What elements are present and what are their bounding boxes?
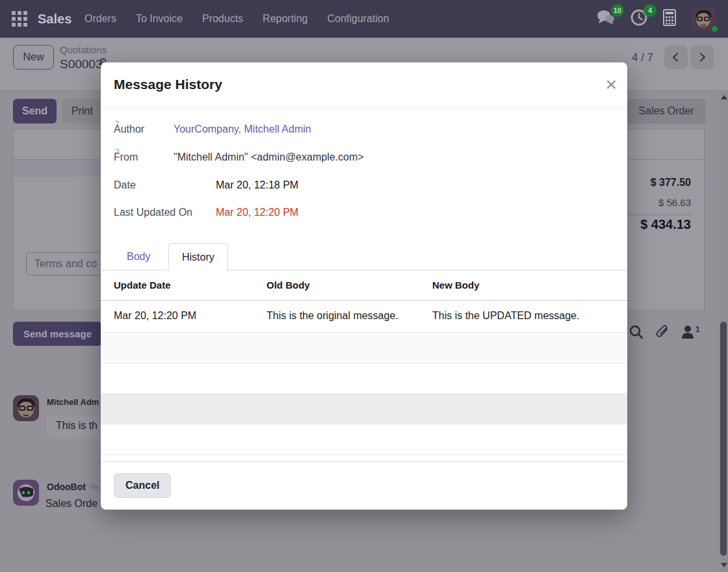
chevron-right-icon — [696, 52, 705, 61]
messages-icon[interactable]: 10 — [597, 9, 615, 29]
dialog-title: Message History — [114, 77, 222, 92]
chevron-left-icon — [673, 52, 682, 61]
message-text: This is th — [56, 420, 98, 432]
send-message-button[interactable]: Send message — [13, 322, 102, 346]
scrollbar-up-arrow[interactable] — [721, 95, 727, 99]
column-header-new-body[interactable]: New Body — [432, 280, 480, 291]
dialog-header: Message History × — [101, 62, 627, 109]
last-updated-field-value: Mar 20, 12:20 PM — [216, 207, 298, 218]
date-field-label: Date — [114, 179, 136, 191]
person-icon — [681, 325, 694, 339]
activities-badge: 4 — [644, 4, 656, 17]
navbar: Sales Orders To Invoice Products Reporti… — [0, 0, 728, 38]
last-updated-field-label: Last Updated On — [114, 207, 192, 218]
tab-body[interactable]: Body — [114, 243, 163, 270]
status-stage-sales-order[interactable]: Sales Order — [627, 99, 705, 124]
odoobot-message-text: Sales Orde — [46, 498, 98, 510]
messages-badge: 10 — [611, 4, 624, 17]
table-empty-row — [101, 333, 627, 363]
cell-old-body: This is the original message. — [266, 310, 398, 322]
cancel-button[interactable]: Cancel — [114, 473, 171, 498]
dialog-footer: Cancel — [101, 462, 627, 510]
scrollbar-down-arrow[interactable] — [721, 563, 727, 567]
nav-menu: Orders To Invoice Products Reporting Con… — [84, 0, 389, 38]
screen: Sales Orders To Invoice Products Reporti… — [0, 0, 728, 572]
help-icon[interactable]: ? — [115, 148, 119, 155]
table-empty-row — [101, 424, 627, 455]
breadcrumb-current: S00003 — [60, 57, 103, 72]
author-field-value[interactable]: YourCompany, Mitchell Admin — [174, 124, 311, 135]
tab-bar: Body History — [101, 243, 627, 270]
cell-update-date: Mar 20, 12:20 PM — [114, 310, 196, 322]
nav-item-reporting[interactable]: Reporting — [263, 13, 307, 25]
cell-new-body: This is the UPDATED message. — [432, 310, 579, 322]
help-icon[interactable]: ? — [115, 120, 119, 127]
close-icon[interactable]: × — [605, 72, 617, 97]
odoobot-name[interactable]: OdooBot — [47, 482, 86, 492]
tab-history[interactable]: History — [168, 243, 228, 271]
followers-button[interactable]: 1 — [681, 325, 700, 339]
app-name[interactable]: Sales — [38, 0, 72, 38]
from-field-value: "Mitchell Admin" <admin@example.com> — [174, 151, 364, 163]
send-button[interactable]: Send — [13, 99, 57, 124]
message-author-name[interactable]: Mitchell Adm — [47, 397, 99, 407]
apps-menu-icon[interactable] — [12, 11, 27, 27]
nav-item-products[interactable]: Products — [202, 13, 243, 25]
table-empty-row — [101, 363, 627, 394]
order-line-strip — [14, 160, 101, 177]
navbar-systray: 10 4 — [597, 0, 715, 38]
odoobot-timestamp: Ye — [90, 483, 99, 492]
followers-count: 1 — [696, 325, 700, 339]
breadcrumb-parent[interactable]: Quotations — [60, 44, 107, 55]
table-row[interactable]: Mar 20, 12:20 PM This is the original me… — [101, 301, 627, 333]
nav-item-to-invoice[interactable]: To Invoice — [136, 13, 183, 25]
activities-icon[interactable]: 4 — [630, 9, 647, 29]
chatter-toolbar: 1 — [629, 325, 700, 339]
pager-counter: 4 / 7 — [632, 51, 653, 64]
paperclip-icon[interactable] — [655, 325, 670, 339]
table-empty-row — [101, 394, 627, 424]
nav-item-configuration[interactable]: Configuration — [327, 13, 389, 25]
pager-next-button[interactable] — [690, 46, 714, 69]
column-header-update-date[interactable]: Update Date — [114, 280, 171, 291]
date-field-value: Mar 20, 12:18 PM — [216, 179, 298, 191]
print-button[interactable]: Print — [62, 99, 102, 124]
amount-total-divider — [621, 214, 691, 215]
scrollbar-thumb[interactable] — [720, 322, 727, 556]
message-history-dialog: Message History × Author? YourCompany, M… — [101, 62, 627, 510]
table-header-row: Update Date Old Body New Body — [101, 271, 627, 301]
search-icon[interactable] — [629, 325, 644, 339]
column-header-old-body[interactable]: Old Body — [266, 280, 310, 291]
calculator-icon[interactable] — [663, 9, 676, 29]
author-field-label: Author? — [114, 124, 119, 136]
pager-previous-button[interactable] — [664, 46, 688, 69]
online-status-dot — [710, 25, 719, 33]
odoobot-avatar[interactable] — [13, 480, 39, 506]
nav-item-orders[interactable]: Orders — [84, 13, 116, 25]
from-field-label: From? — [114, 151, 119, 164]
message-author-avatar[interactable] — [13, 395, 39, 421]
new-button[interactable]: New — [13, 45, 54, 70]
